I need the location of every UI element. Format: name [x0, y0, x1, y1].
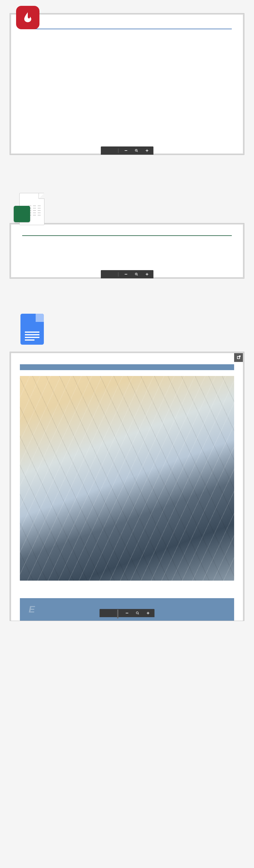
- zoom-out-button[interactable]: [123, 147, 129, 154]
- google-docs-icon: [21, 314, 44, 345]
- zoom-out-button[interactable]: [124, 610, 131, 617]
- docs-line-icon: [25, 334, 39, 335]
- docs-toolbar: |: [99, 609, 155, 617]
- pdf-page: [11, 14, 243, 154]
- docs-page: E |: [11, 353, 243, 621]
- pdf-section: |: [0, 0, 254, 155]
- zoom-out-button[interactable]: [123, 271, 129, 278]
- pdf-icon: [16, 6, 39, 29]
- svg-point-15: [136, 612, 138, 614]
- heading-1: [20, 364, 234, 370]
- docs-viewer: E |: [10, 352, 244, 621]
- sample-banner: E |: [20, 598, 234, 621]
- popout-button[interactable]: [234, 353, 243, 362]
- inventory-title: [22, 235, 232, 236]
- inventory-total-row: [22, 237, 232, 242]
- docs-line-icon: [25, 339, 34, 341]
- zoom-fit-button[interactable]: [133, 147, 140, 154]
- svg-line-16: [138, 614, 139, 615]
- document-title: [22, 26, 232, 29]
- file-lines-icon: [28, 206, 41, 217]
- docs-line-icon: [25, 332, 39, 333]
- svg-line-9: [137, 275, 138, 276]
- xlsx-toolbar: |: [100, 270, 153, 278]
- zoom-in-button[interactable]: [145, 610, 152, 617]
- toolbar-divider: |: [118, 272, 119, 277]
- xlsx-page: [11, 224, 243, 277]
- zoom-fit-button[interactable]: [134, 610, 141, 617]
- toolbar-divider: |: [118, 148, 119, 153]
- xlsx-file-icon: [14, 193, 44, 231]
- toolbar-divider: |: [116, 608, 120, 619]
- file-fold-icon: [39, 193, 44, 199]
- zoom-fit-button[interactable]: [133, 271, 140, 278]
- zoom-in-button[interactable]: [144, 147, 151, 154]
- xlsx-section: |: [0, 184, 254, 279]
- adobe-pdf-icon: [22, 11, 34, 23]
- docs-line-icon: [25, 337, 39, 338]
- pdf-viewer: |: [10, 13, 244, 155]
- docs-fold-icon: [36, 314, 44, 322]
- docs-section: E |: [0, 308, 254, 621]
- xlsx-viewer: |: [10, 223, 244, 279]
- building-image: [20, 376, 234, 581]
- zoom-in-button[interactable]: [144, 271, 151, 278]
- svg-line-2: [137, 151, 138, 152]
- pdf-toolbar: |: [100, 147, 153, 155]
- excel-badge-icon: [14, 206, 30, 222]
